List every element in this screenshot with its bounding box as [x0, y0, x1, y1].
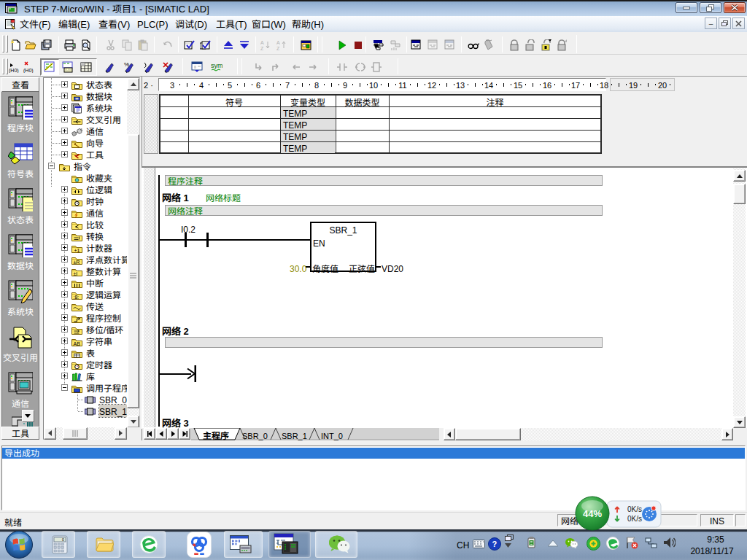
svg-text:0K/s: 0K/s [627, 505, 642, 513]
svg-text:44%: 44% [583, 508, 602, 519]
svg-text:(H0): (H0) [23, 68, 34, 73]
svg-text:(H0): (H0) [9, 68, 19, 73]
svg-text:AB: AB [74, 341, 81, 346]
svg-text:sym: sym [211, 62, 222, 69]
svg-text:?: ? [492, 540, 498, 548]
svg-text::8:: :8: [74, 295, 80, 300]
svg-text:0: 0 [62, 537, 64, 542]
svg-text:+1: +1 [74, 248, 80, 253]
svg-text:Z: Z [260, 46, 264, 51]
svg-text:Z: Z [276, 46, 280, 51]
svg-text:A: A [276, 40, 280, 45]
svg-text:±I: ±I [74, 271, 78, 276]
svg-text:±R: ±R [74, 260, 80, 265]
svg-text:A: A [260, 40, 264, 45]
svg-text:0K/s: 0K/s [627, 515, 642, 523]
